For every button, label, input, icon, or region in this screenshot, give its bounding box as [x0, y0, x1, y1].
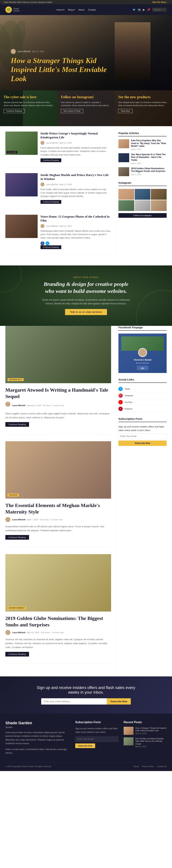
footer-link-about[interactable]: About	[134, 765, 139, 768]
featured-meta-3: Laura Mitchell · April 12, 2019 · 8.6k v…	[5, 630, 111, 635]
facebook-like-btn[interactable]: Like	[137, 366, 148, 370]
social-twitter-icon[interactable]: T	[118, 387, 123, 391]
featured-readmore-2[interactable]: Continue Reading	[5, 535, 29, 540]
search-input[interactable]	[152, 8, 167, 12]
newsletter-email-input[interactable]	[41, 698, 107, 705]
logo[interactable]: 🌿 Shade Garden	[5, 6, 20, 13]
popular-title-1[interactable]: Kate Perry Explains Why She Used to "My …	[131, 139, 167, 148]
instagram-icon[interactable]: 📷	[138, 8, 141, 11]
popular-text-3: 2019 Golden Globe Nominations: The Bigge…	[131, 167, 167, 176]
sidebar-subscription-input[interactable]	[118, 433, 167, 439]
youtube-icon[interactable]: ▶	[143, 8, 145, 11]
sidebar-subscription-btn[interactable]: Subscribe Now	[118, 440, 167, 446]
banner-title: Branding & design for creative people wh…	[41, 280, 131, 294]
facebook-page-name: Victoria's Brand	[121, 359, 164, 361]
footer-post-title-2[interactable]: Amy Poehler and Maya Rudolph Take Mirth …	[135, 737, 167, 745]
footer-logo: Shade Garden	[5, 721, 70, 725]
footer-link-privacy[interactable]: Privacy Policy	[142, 765, 154, 768]
featured-readtime-3: 8.6k views · 5 minute read	[41, 631, 64, 633]
top-bar: Cyber Monday Sale! Grab our summer savin…	[0, 0, 172, 4]
promo-box-1-btn[interactable]: Continue Reading	[4, 109, 25, 113]
sidebar-subscription-heading: Subscription Form	[118, 417, 167, 422]
topbar-shop-link[interactable]: Visit The Shop →	[152, 1, 168, 3]
featured-date-2: April 7, 2019	[27, 519, 38, 521]
article-readmore-3[interactable]: Continue Reading	[40, 245, 61, 249]
article-author-2: Laura Mitchell	[46, 183, 58, 186]
footer-bottom-links: About Privacy Policy Contact Us	[134, 765, 167, 768]
footer-link-contact[interactable]: Contact Us	[157, 765, 167, 768]
nav-home[interactable]: Home ▾	[57, 8, 65, 11]
article-thumb-1: YOU ARE	[5, 131, 38, 155]
featured-readtime-1: 3k views · 4 minute read	[43, 404, 64, 406]
featured-article-2: Fashion The Essential Elements of Meghan…	[5, 441, 111, 547]
article-excerpt-3: Pellentesque diam lorem et blandit. Maur…	[40, 229, 111, 240]
article-meta-3: Laura Mitchell April 12, 2019	[40, 224, 111, 228]
featured-readmore-1[interactable]: Continue Reading	[5, 422, 29, 427]
featured-author-name-3: Laura Mitchell	[12, 631, 26, 633]
social-instagram-icon[interactable]: I	[118, 394, 123, 398]
right-sidebar: Popular Articles Kate Perry Explains Why…	[116, 131, 167, 260]
featured-author-name-1: Laura Mitchell	[12, 404, 26, 406]
newsletter-submit-btn[interactable]: Subscribe Now	[107, 698, 131, 705]
social-youtube-icon[interactable]: Y	[118, 400, 123, 404]
popular-item-1: Kate Perry Explains Why She Used to "My …	[118, 139, 167, 150]
article-title-3: Notre-Dame: 12 Gorgeous Photos of the Ca…	[40, 215, 111, 223]
footer-post-title-1[interactable]: How a Stranger Things Kid Inspired Littl…	[135, 727, 167, 732]
footer-subscribe-btn[interactable]: Subscribe Now	[75, 743, 95, 748]
popular-title-2[interactable]: Star Wars Episode IX is Titled The Rise …	[131, 153, 167, 162]
promo-box-1-text: Aliquam placerat eget mi a faucibus vest…	[4, 101, 54, 107]
featured-excerpt-3: Vivamus vel risit, interdum ac euismod s…	[5, 638, 111, 649]
promo-box-2-btn[interactable]: Get a dose of Insta	[61, 109, 83, 113]
article-date-2: April 12, 2019	[60, 183, 72, 186]
twitter-icon[interactable]: 🐦	[133, 8, 136, 11]
popular-text-1: Kate Perry Explains Why She Used to "My …	[131, 139, 167, 150]
article-body-3: Notre-Dame: 12 Gorgeous Photos of the Ca…	[40, 215, 111, 249]
facebook-page-handle: @victoriabrand	[121, 362, 164, 364]
featured-category-1: Technology	[7, 378, 24, 381]
footer-recent-post-2: Amy Poehler and Maya Rudolph Take Mirth …	[124, 737, 167, 748]
hero-title: How a Stranger Things Kid Inspired Littl…	[11, 56, 118, 83]
footer-email-input[interactable]	[75, 736, 118, 742]
nav-blog[interactable]: Blog ▾	[68, 8, 75, 11]
pinterest-icon[interactable]: 📌	[147, 8, 150, 11]
instagram-section: Instagram Follow On Instagram	[118, 181, 167, 218]
popular-thumb-1	[118, 139, 129, 148]
footer-sub-text: Sign up and receive insiders offers and …	[75, 727, 118, 734]
footer-recent-post-1: How a Stranger Things Kid Inspired Littl…	[124, 727, 167, 735]
nav-contact[interactable]: Contact	[88, 8, 96, 11]
footer-post-thumb-1	[124, 727, 134, 735]
share-twitter-icon[interactable]: t	[45, 241, 49, 245]
sidebar-subscription-section: Subscription Form Sign up and receive in…	[118, 417, 167, 446]
article-body-2: Inside Meghan Markle and Prince Harry's …	[40, 173, 111, 204]
social-links-heading: Social Links	[118, 378, 167, 383]
promo-box-3-btn[interactable]: Shop Now	[118, 109, 133, 113]
social-pinterest-icon[interactable]: P	[118, 407, 123, 411]
promo-box-2: Follow on Instagram! Nunc dictum at, por…	[57, 90, 115, 126]
featured-readmore-3[interactable]: Continue Reading	[5, 652, 29, 656]
featured-meta-info-2: Laura Mitchell · April 7, 2019 · 4.5k vi…	[12, 519, 63, 521]
instagram-photo-3[interactable]	[151, 189, 167, 200]
left-column: YOU ARE Inside Prince George's Surprisin…	[5, 131, 116, 260]
featured-thumb-1: Technology	[5, 326, 111, 383]
article-readmore-1[interactable]: Continue Reading	[40, 158, 61, 162]
facebook-heading: Facebook Fanpage	[118, 326, 167, 331]
instagram-photo-6[interactable]	[151, 200, 167, 211]
featured-content-area: Technology Margaret Atwood Is Writing a …	[0, 326, 172, 676]
article-author-avatar-2	[40, 182, 44, 186]
logo-icon: 🌿	[5, 6, 12, 13]
instagram-photo-5[interactable]	[135, 200, 150, 211]
instagram-photo-4[interactable]	[118, 200, 134, 211]
social-item-youtube: Y YouTube	[118, 399, 167, 406]
share-facebook-icon[interactable]: f	[40, 241, 44, 245]
nav-about[interactable]: About	[78, 8, 84, 11]
instagram-photo-2[interactable]	[135, 189, 150, 200]
logo-text: Shade Garden	[13, 7, 20, 12]
instagram-follow-btn[interactable]: Follow On Instagram	[118, 213, 167, 218]
nav-icons: 🐦 📷 ▶ 📌	[133, 8, 167, 12]
article-readmore-2[interactable]: Continue Reading	[40, 200, 61, 204]
article-author-3: Laura Mitchell	[46, 225, 58, 227]
banner-cta-btn[interactable]: Talk to us or view services	[65, 309, 107, 315]
instagram-photo-1[interactable]	[118, 189, 134, 200]
article-meta-2: Laura Mitchell April 12, 2019	[40, 182, 111, 186]
popular-title-3[interactable]: 2019 Golden Globe Nominations: The Bigge…	[131, 167, 167, 173]
